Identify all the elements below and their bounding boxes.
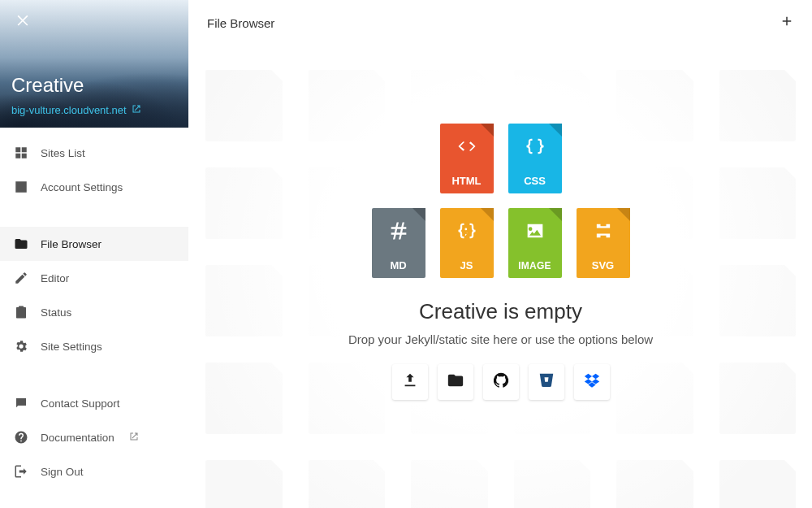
bitbucket-button[interactable] (529, 364, 564, 400)
sidebar-item-label: Documentation (41, 432, 114, 444)
main: File Browser HTML (189, 0, 812, 508)
sidebar-item-account-settings[interactable]: Account Settings (0, 170, 188, 204)
tile-label: JS (460, 259, 473, 271)
folder-icon (447, 371, 464, 393)
folder-button[interactable] (438, 364, 473, 400)
gear-icon (13, 338, 29, 354)
file-tile-image: IMAGE (508, 208, 562, 278)
empty-subtitle: Drop your Jekyll/static site here or use… (348, 332, 653, 346)
file-tile-html: HTML (440, 124, 494, 193)
vector-icon (577, 219, 630, 242)
sidebar-item-label: File Browser (41, 238, 102, 250)
clipboard-icon (13, 304, 29, 320)
nav-group-site: File Browser Editor Status Site Settings (0, 227, 188, 363)
sidebar-item-label: Contact Support (41, 397, 120, 410)
grid-icon (13, 145, 29, 161)
sidebar-item-editor[interactable]: Editor (0, 261, 188, 295)
code-icon (440, 135, 494, 158)
external-link-icon (132, 104, 141, 116)
tile-label: HTML (451, 175, 481, 187)
close-icon[interactable] (15, 11, 31, 31)
sidebar-item-sites-list[interactable]: Sites List (0, 136, 188, 170)
github-button[interactable] (483, 364, 519, 400)
user-badge-icon (13, 179, 29, 195)
sidebar-item-site-settings[interactable]: Site Settings (0, 329, 188, 363)
sidebar-item-file-browser[interactable]: File Browser (0, 227, 188, 261)
site-url-text: big-vulture.cloudvent.net (11, 104, 127, 116)
sidebar-nav: Sites List Account Settings File Browser… (0, 128, 188, 488)
nav-group-account: Sites List Account Settings (0, 136, 188, 204)
site-name: Creative (11, 74, 84, 97)
pencil-icon (13, 270, 29, 286)
file-tile-js: JS (440, 208, 494, 278)
sidebar: Creative big-vulture.cloudvent.net Sites… (0, 0, 189, 508)
filetype-tiles: HTML CSS MD (372, 124, 630, 278)
sidebar-item-label: Editor (41, 272, 69, 284)
empty-state: HTML CSS MD (189, 46, 812, 508)
sidebar-item-label: Site Settings (41, 341, 102, 353)
site-url-link[interactable]: big-vulture.cloudvent.net (11, 104, 141, 116)
file-tile-css: CSS (508, 124, 562, 193)
github-icon (492, 371, 510, 393)
sidebar-item-documentation[interactable]: Documentation (0, 420, 188, 454)
sidebar-item-status[interactable]: Status (0, 295, 188, 329)
dropbox-icon (583, 371, 601, 393)
sidebar-item-label: Sign Out (41, 466, 84, 478)
sidebar-item-sign-out[interactable]: Sign Out (0, 454, 188, 488)
hash-icon (372, 219, 425, 242)
add-button[interactable] (780, 14, 794, 33)
sidebar-item-label: Account Settings (41, 181, 123, 193)
help-icon (13, 429, 29, 445)
image-icon (508, 219, 562, 242)
external-link-icon (126, 432, 139, 444)
upload-icon (401, 371, 419, 393)
page-title: File Browser (207, 16, 274, 30)
sidebar-hero: Creative big-vulture.cloudvent.net (0, 0, 188, 128)
upload-button[interactable] (392, 364, 428, 400)
sidebar-item-contact-support[interactable]: Contact Support (0, 386, 188, 420)
topbar: File Browser (189, 0, 812, 46)
tile-label: SVG (592, 259, 614, 271)
empty-title: Creative is empty (419, 299, 582, 324)
bitbucket-icon (538, 371, 555, 393)
tile-label: MD (390, 259, 406, 271)
chat-icon (13, 395, 29, 411)
braces-semicolon-icon (440, 219, 494, 242)
tile-label: IMAGE (518, 260, 551, 271)
sidebar-item-label: Sites List (41, 147, 85, 159)
dropzone[interactable]: HTML CSS MD (189, 46, 812, 508)
file-tile-svg: SVG (577, 208, 630, 278)
import-actions (392, 364, 610, 400)
nav-group-meta: Contact Support Documentation Sign Out (0, 386, 188, 488)
folder-icon (13, 236, 29, 252)
file-tile-md: MD (372, 208, 425, 278)
braces-icon (508, 135, 562, 158)
dropbox-button[interactable] (574, 364, 610, 400)
tile-label: CSS (524, 175, 546, 187)
sidebar-item-label: Status (41, 306, 71, 319)
sign-out-icon (13, 463, 29, 480)
